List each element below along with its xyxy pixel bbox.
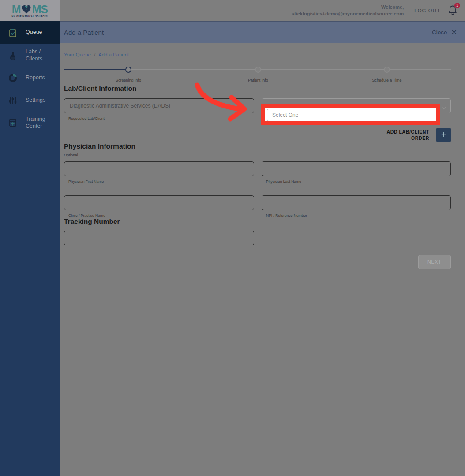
sidebar-item-label: Training Center (26, 116, 54, 130)
main-area: Add a Patient Close ✕ Your Queue / Add a… (60, 21, 465, 476)
stepper-progress (64, 69, 126, 70)
logo-question-mark: ? (21, 5, 32, 11)
page-title: Add a Patient (64, 29, 104, 36)
physician-last-name-label: Physician Last Name (262, 179, 451, 184)
app-logo[interactable]: M ? MS MY ONE MEDICAL SOURCE® (0, 0, 60, 21)
donut-chart-icon (0, 73, 26, 83)
sidebar-item-reports[interactable]: Reports (0, 67, 60, 89)
add-lab-client-order-label: ADD LAB/CLIENT ORDER (377, 129, 429, 141)
tracking-number-heading: Tracking Number (64, 218, 451, 226)
physician-first-name-label: Physician First Name (64, 179, 254, 184)
breadcrumb-your-queue[interactable]: Your Queue (64, 52, 91, 57)
npi-reference-number-input[interactable] (262, 195, 451, 210)
welcome-line: Welcome, (292, 4, 404, 11)
logo-tagline: MY ONE MEDICAL SOURCE® (11, 15, 48, 18)
breadcrumb-add-a-patient[interactable]: Add a Patient (98, 52, 129, 57)
notifications-button[interactable]: 1 (447, 4, 459, 17)
tutorial-highlight-box: Select One (261, 104, 440, 125)
chevron-down-icon (441, 104, 446, 112)
add-lab-client-order: ADD LAB/CLIENT ORDER + (64, 128, 451, 142)
optional-label: Optional (64, 153, 451, 157)
top-bar-right: Welcome, sticklogistics+demo@myonemedica… (292, 4, 465, 17)
heart-icon: ? (21, 4, 32, 14)
logo-letter-ms: MS (32, 4, 48, 15)
flask-icon (0, 51, 26, 60)
sidebar-item-label: Settings (26, 97, 54, 104)
step-dot-screening-info[interactable] (125, 67, 131, 73)
user-email: sticklogistics+demo@myonemedicalsource.c… (292, 11, 404, 17)
welcome-text: Welcome, sticklogistics+demo@myonemedica… (292, 4, 404, 17)
sidebar-item-training-center[interactable]: Training Center (0, 112, 60, 134)
sidebar-item-queue[interactable]: Queue (0, 21, 60, 44)
notification-badge: 1 (454, 3, 460, 8)
next-button[interactable]: NEXT (418, 255, 451, 269)
close-button[interactable]: Close ✕ (432, 28, 457, 37)
close-label: Close (432, 29, 447, 36)
physician-information-heading: Physician Information (64, 142, 451, 150)
tracking-number-input[interactable] (64, 231, 254, 245)
app-shell: M ? MS MY ONE MEDICAL SOURCE® Welcome, s… (0, 0, 465, 476)
sidebar-item-label: Reports (26, 74, 54, 82)
step-label: Screening Info (102, 78, 155, 82)
top-bar: M ? MS MY ONE MEDICAL SOURCE® Welcome, s… (0, 0, 465, 21)
physician-last-name-input[interactable] (262, 161, 451, 176)
sidebar-item-label: Queue (26, 29, 54, 36)
breadcrumb-separator: / (94, 52, 95, 57)
step-dot-patient-info[interactable] (255, 67, 261, 73)
sidebar-nav: Queue Labs / Clients Reports (0, 21, 60, 476)
modal-header: Add a Patient Close ✕ (60, 21, 465, 43)
book-plus-icon (0, 118, 26, 128)
requested-lab-client-label: Requested Lab/Client (64, 116, 254, 121)
logo-letter-m: M (12, 4, 21, 15)
step-dot-schedule-a-time[interactable] (384, 67, 390, 73)
logo-wordmark: M ? MS (12, 4, 48, 15)
physician-first-name-input[interactable] (64, 161, 254, 176)
sliders-icon (0, 96, 26, 105)
step-label: Patient Info (232, 78, 285, 82)
sidebar-item-settings[interactable]: Settings (0, 89, 60, 112)
lab-client-information-heading: Lab/Client Information (64, 85, 451, 93)
clipboard-check-icon (0, 28, 26, 37)
sidebar-item-label: Labs / Clients (26, 48, 54, 62)
progress-stepper: Screening Info Patient Info Schedule a T… (64, 67, 451, 85)
close-icon: ✕ (451, 28, 457, 37)
breadcrumb: Your Queue / Add a Patient (64, 52, 451, 57)
add-lab-client-order-button[interactable]: + (436, 128, 451, 142)
requested-lab-client-input[interactable] (64, 98, 254, 113)
step-label: Schedule a Time (360, 78, 413, 82)
npi-reference-number-label: NPI / Reference Number (262, 213, 451, 218)
clinic-practice-name-label: Clinic / Practice Name (64, 213, 254, 218)
clinic-practice-name-input[interactable] (64, 195, 254, 210)
log-out-button[interactable]: LOG OUT (414, 8, 440, 13)
sidebar-item-labs-clients[interactable]: Labs / Clients (0, 44, 60, 67)
select-one-dropdown[interactable]: Select One (267, 109, 436, 121)
